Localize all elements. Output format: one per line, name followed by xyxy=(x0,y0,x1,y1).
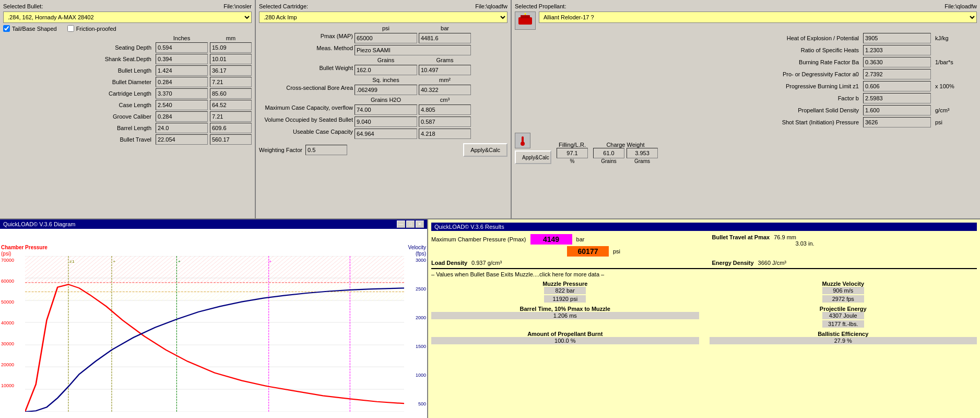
thermometer-icon xyxy=(515,133,530,148)
useable-h2o[interactable] xyxy=(355,129,417,139)
barrel-length-inches[interactable] xyxy=(156,123,208,133)
ratio-specific-heats-label: Ratio of Specific Heats xyxy=(515,47,859,53)
minimize-button[interactable]: — xyxy=(397,220,405,228)
propellant-dropdown-container: Alliant Reloder-17 ? xyxy=(539,11,977,25)
bullet-diameter-mm[interactable] xyxy=(210,77,252,87)
max-pressure-psi-val: 60177 xyxy=(567,246,609,257)
bar-header: bar xyxy=(419,25,471,31)
cartridge-length-mm[interactable] xyxy=(210,88,252,99)
tail-base-shaped-input[interactable] xyxy=(3,25,10,32)
bullet-weight-gm[interactable] xyxy=(419,65,471,75)
col-inches-header: Inches xyxy=(156,35,208,41)
svg-point-5 xyxy=(521,142,525,146)
barrel-length-mm[interactable] xyxy=(210,123,252,133)
shot-start-unit: psi xyxy=(935,119,977,125)
shot-start-val[interactable] xyxy=(863,117,931,127)
load-density-label: Load Density xyxy=(431,260,467,266)
meas-method-value[interactable] xyxy=(355,45,471,55)
heat-explosion-val[interactable] xyxy=(863,33,931,43)
svg-text:z1: z1 xyxy=(69,259,75,264)
burning-rate-unit: 1/bar*s xyxy=(935,59,977,65)
burning-rate-val[interactable] xyxy=(863,57,931,67)
seating-depth-mm[interactable] xyxy=(210,42,252,53)
shot-start-label: Shot Start (Initiation) Pressure xyxy=(515,119,859,125)
solid-density-val[interactable] xyxy=(863,105,931,115)
pmax-bar[interactable] xyxy=(419,33,471,43)
velocity-label: Velocity xyxy=(408,245,426,250)
muzzle-velocity-ms: 906 m/s xyxy=(822,287,864,294)
groove-caliber-mm[interactable] xyxy=(210,111,252,122)
tail-base-shaped-label: Tail/Base Shaped xyxy=(12,26,57,32)
case-length-label: Case Length xyxy=(3,102,154,108)
yr-2000: 2000 xyxy=(416,315,426,320)
muzzle-velocity-container: Muzzle Velocity 906 m/s 2972 fps xyxy=(710,281,977,303)
max-pressure-label: Maximum Chamber Pressure (Pmax) xyxy=(431,236,526,242)
seating-depth-inches[interactable] xyxy=(156,42,208,53)
propellant-icon xyxy=(515,11,536,30)
cm3-header: cm³ xyxy=(419,97,471,103)
muzzle-section-title[interactable]: – Values when Bullet Base Exits Muzzle..… xyxy=(431,271,977,277)
propellant-apply-calc[interactable]: Apply&Calc xyxy=(515,150,551,164)
muzzle-velocity-label: Muzzle Velocity xyxy=(710,281,977,287)
vol-seated-cm3[interactable] xyxy=(419,117,471,127)
case-length-inches[interactable] xyxy=(156,100,208,110)
vol-seated-h2o[interactable] xyxy=(355,117,417,127)
shank-seat-inches[interactable] xyxy=(156,54,208,64)
diagram-window-controls: — □ ✕ xyxy=(397,220,424,228)
useable-cm3[interactable] xyxy=(419,129,471,139)
factor-b-val[interactable] xyxy=(863,93,931,103)
bullet-travel-inches[interactable] xyxy=(156,134,208,145)
prog-burning-unit: x 100% xyxy=(935,83,977,89)
bullet-travel-pmax-val: 76.9 mm xyxy=(774,234,796,240)
friction-proofed-check[interactable]: Friction-proofed xyxy=(67,25,116,32)
projectile-energy-ftlb: 3177 ft.-lbs. xyxy=(822,320,864,328)
muzzle-data-grid: Muzzle Pressure 822 bar 11920 psi Muzzle… xyxy=(431,281,977,344)
friction-proofed-input[interactable] xyxy=(67,25,74,32)
groove-caliber-inches[interactable] xyxy=(156,111,208,122)
svg-rect-17 xyxy=(25,256,404,283)
prog-burning-val[interactable] xyxy=(863,81,931,91)
bullet-diameter-inches[interactable] xyxy=(156,77,208,87)
ratio-specific-heats-val[interactable] xyxy=(863,45,931,55)
max-case-h2o[interactable] xyxy=(355,104,417,115)
barrel-time-container: Barrel Time, 10% Pmax to Muzzle 1.206 ms xyxy=(431,306,699,328)
cartridge-length-label: Cartridge Length xyxy=(3,90,154,97)
bore-mm2-val[interactable] xyxy=(419,85,471,95)
close-button[interactable]: ✕ xyxy=(416,220,424,228)
shank-seat-mm[interactable] xyxy=(210,54,252,64)
bullet-travel-mm[interactable] xyxy=(210,134,252,145)
weighting-val[interactable] xyxy=(305,145,347,155)
meas-method-label: Meas. Method xyxy=(259,45,353,55)
chart-svg: z1 + + + xyxy=(25,256,404,412)
filling-pct-val[interactable] xyxy=(557,148,588,158)
cartridge-apply-calc[interactable]: Apply&Calc xyxy=(463,143,507,157)
charge-grains-val[interactable] xyxy=(593,148,624,158)
charge-grams-val[interactable] xyxy=(627,148,658,158)
degressivity-val[interactable] xyxy=(863,69,931,79)
bore-sq-in-val[interactable] xyxy=(355,85,417,95)
diagram-panel: QuickLOAD© V.3.6 Diagram — □ ✕ Chamber P… xyxy=(0,219,428,418)
bullet-length-mm[interactable] xyxy=(210,65,252,76)
propellant-panel-header: Selected Propellant: File:\qloadfw xyxy=(515,3,977,9)
max-pressure-psi-row: 60177 psi xyxy=(567,246,696,257)
bullet-select[interactable]: .284, 162, Hornady A-MAX 28402 xyxy=(3,11,252,23)
cartridge-panel-header: Selected Cartridge: File:\qloadfw xyxy=(259,3,507,9)
cartridge-select[interactable]: .280 Ack Imp xyxy=(259,11,507,23)
cartridge-length-inches[interactable] xyxy=(156,88,208,99)
cartridge-panel: Selected Cartridge: File:\qloadfw .280 A… xyxy=(256,0,512,218)
shank-seat-label: Shank Seat.Depth xyxy=(3,56,154,62)
propellant-select[interactable]: Alliant Reloder-17 ? xyxy=(539,11,977,23)
svg-point-3 xyxy=(524,13,526,14)
maximize-button[interactable]: □ xyxy=(406,220,415,228)
max-case-cm3[interactable] xyxy=(419,104,471,115)
case-length-mm[interactable] xyxy=(210,100,252,110)
muzzle-pressure-bar: 822 bar xyxy=(544,287,586,294)
bullet-weight-gr[interactable] xyxy=(355,65,417,75)
energy-density-label: Energy Density xyxy=(712,260,754,266)
bullet-length-inches[interactable] xyxy=(156,65,208,76)
charge-grams-unit: Grams xyxy=(634,158,650,164)
pmax-psi[interactable] xyxy=(355,33,417,43)
psi-header: psi xyxy=(355,25,417,31)
tail-base-shaped-check[interactable]: Tail/Base Shaped xyxy=(3,25,57,32)
bullet-data-grid: Inches mm Seating Depth Shank Seat.Depth… xyxy=(3,35,252,145)
